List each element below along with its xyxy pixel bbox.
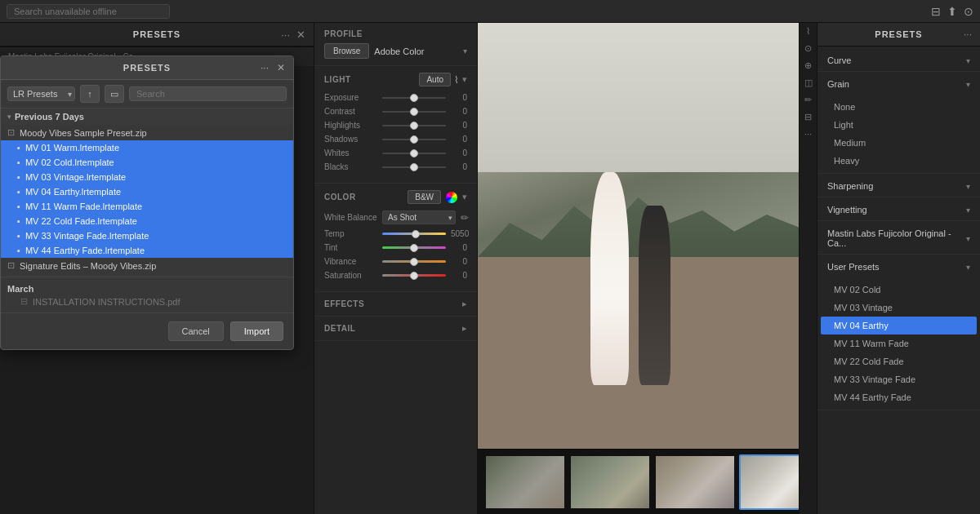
list-item[interactable]: ▪ MV 01 Warm.lrtemplate [1, 140, 293, 155]
list-item[interactable]: ▪ MV 22 Cold Fade.lrtemplate [1, 214, 293, 228]
presets-close-icon[interactable]: ✕ [296, 29, 305, 41]
file-name: Signature Edits – Moody Vibes.zip [20, 261, 156, 271]
file-list[interactable]: ▾ Previous 7 Days ⊡ Moody Vibes Sample P… [1, 109, 293, 312]
tint-track[interactable] [382, 246, 446, 249]
dialog-search-input[interactable] [129, 86, 287, 101]
rp-grain-header[interactable]: Grain ▾ [817, 73, 980, 95]
hsl-icon[interactable]: ⊙ [804, 43, 812, 54]
profile-chevron-icon[interactable]: ▾ [463, 47, 467, 55]
list-item[interactable]: ▪ MV 03 Vintage.lrtemplate [1, 170, 293, 184]
file-lr-icon: ▪ [17, 246, 20, 255]
thumb-bg [656, 456, 734, 508]
file-name: MV 02 Cold.lrtemplate [25, 157, 114, 167]
list-item[interactable]: ▪ MV 33 Vintage Fade.lrtemplate [1, 228, 293, 243]
camera-icon[interactable]: ⊙ [964, 5, 973, 18]
detail-icon[interactable]: ◫ [804, 78, 813, 88]
rp-item-mv33vintagefade[interactable]: MV 33 Vintage Fade [817, 370, 980, 388]
filmstrip-thumb[interactable] [484, 454, 566, 510]
rp-user-presets-header[interactable]: User Presets ▾ [817, 256, 980, 277]
bw-button[interactable]: B&W [408, 190, 441, 204]
folder-icon-btn[interactable]: ▭ [105, 85, 124, 103]
right-panel-more-icon[interactable]: ··· [964, 29, 972, 40]
rp-item-mv04earthy[interactable]: MV 04 Earthy [821, 317, 977, 335]
shadows-track[interactable] [382, 139, 446, 140]
export-icon-btn[interactable]: ↑ [80, 85, 100, 103]
effects-icon[interactable]: ··· [804, 129, 812, 139]
dialog-header: PRESETS ··· ✕ [1, 56, 293, 80]
filter-icon[interactable]: ⊟ [931, 5, 941, 18]
filmstrip-thumb[interactable] [654, 454, 736, 510]
auto-button[interactable]: Auto [419, 73, 451, 86]
whites-slider-row: Whites 0 [324, 148, 467, 157]
list-item[interactable]: ⊡ Moody Vibes Sample Preset.zip [1, 125, 293, 140]
contrast-track[interactable] [382, 111, 446, 113]
exposure-track[interactable] [382, 97, 446, 99]
rp-sharpening-header[interactable]: Sharpening ▾ [817, 175, 980, 197]
temp-track[interactable] [382, 233, 446, 235]
eyedropper-icon[interactable]: ✏ [461, 212, 469, 224]
rp-item-mv02cold[interactable]: MV 02 Cold [817, 281, 980, 299]
rp-item-heavy[interactable]: Heavy [817, 152, 980, 170]
color-expand-icon[interactable]: ▾ [462, 192, 467, 202]
whites-track[interactable] [382, 153, 446, 154]
whites-thumb[interactable] [410, 149, 418, 157]
search-input[interactable] [7, 4, 170, 19]
presets-more-icon[interactable]: ··· [281, 29, 290, 41]
list-item[interactable]: ▪ MV 44 Earthy Fade.lrtemplate [1, 243, 293, 258]
effects-section[interactable]: EFFECTS ▸ [314, 292, 477, 317]
dialog-more-icon[interactable]: ··· [261, 62, 269, 73]
rp-vignetting-header[interactable]: Vignetting ▾ [817, 199, 980, 220]
rp-item-medium[interactable]: Medium [817, 134, 980, 152]
rp-item-mv22coldfade[interactable]: MV 22 Cold Fade [817, 352, 980, 370]
list-item[interactable]: ▪ MV 02 Cold.lrtemplate [1, 155, 293, 170]
geometry-icon[interactable]: ⊟ [804, 112, 812, 122]
photo-figure-groom [639, 206, 670, 384]
temp-thumb[interactable] [412, 230, 420, 238]
highlights-track[interactable] [382, 125, 446, 126]
lr-presets-select[interactable]: LR Presets [7, 86, 75, 101]
color-title: COLOR [324, 193, 408, 202]
tint-thumb[interactable] [410, 244, 418, 252]
rp-item-mv44earthyfade[interactable]: MV 44 Earthy Fade [817, 388, 980, 406]
list-item[interactable]: ⊡ Signature Edits – Moody Vibes.zip [1, 258, 293, 273]
rp-mastin-header[interactable]: Mastin Labs Fujicolor Original - Ca... ▾ [817, 223, 980, 254]
saturation-thumb[interactable] [410, 272, 418, 280]
file-lr-icon: ▪ [17, 216, 20, 226]
image-area [478, 23, 799, 514]
list-item[interactable]: ▪ MV 11 Warm Fade.lrtemplate [1, 199, 293, 214]
wb-select[interactable]: As Shot [382, 210, 456, 224]
blacks-thumb[interactable] [410, 163, 418, 171]
contrast-thumb[interactable] [410, 108, 418, 116]
color-grading-icon[interactable]: ⊕ [804, 60, 812, 71]
share-icon[interactable]: ⬆ [947, 5, 957, 18]
dialog-close-icon[interactable]: ✕ [277, 62, 285, 73]
rp-user-presets-chevron-icon: ▾ [966, 263, 970, 272]
saturation-track[interactable] [382, 274, 446, 277]
march-label: March [7, 284, 287, 294]
detail-section[interactable]: DETAIL ▸ [314, 317, 477, 341]
list-item[interactable]: ⊟ INSTALLATION INSTRUCTIONS.pdf [7, 294, 287, 309]
rp-item-none[interactable]: None [817, 98, 980, 116]
color-wheel-icon[interactable] [446, 192, 457, 203]
cancel-button[interactable]: Cancel [168, 321, 224, 341]
optics-icon[interactable]: ✏ [804, 95, 812, 105]
filmstrip-thumb[interactable] [569, 454, 651, 510]
blacks-track[interactable] [382, 166, 446, 168]
vibrance-thumb[interactable] [410, 258, 418, 266]
rp-item-light[interactable]: Light [817, 116, 980, 134]
browse-button[interactable]: Browse [324, 43, 369, 59]
filmstrip-thumb-active[interactable] [739, 454, 799, 510]
exposure-thumb[interactable] [410, 94, 418, 102]
shadows-thumb[interactable] [410, 135, 418, 144]
light-expand-icon[interactable]: ▾ [462, 74, 467, 85]
vibrance-track[interactable] [382, 260, 446, 263]
tone-curve-icon[interactable]: ⌇ [806, 26, 810, 37]
contrast-slider-row: Contrast 0 [324, 107, 467, 116]
import-button[interactable]: Import [230, 321, 283, 341]
rp-curve-header[interactable]: Curve ▾ [817, 50, 980, 71]
rp-item-mv11warmfade[interactable]: MV 11 Warm Fade [817, 335, 980, 352]
list-item[interactable]: ▪ MV 04 Earthy.lrtemplate [1, 184, 293, 199]
highlights-thumb[interactable] [410, 122, 418, 130]
curve-icon[interactable]: ⌇ [454, 74, 459, 86]
rp-item-mv03vintage[interactable]: MV 03 Vintage [817, 299, 980, 317]
